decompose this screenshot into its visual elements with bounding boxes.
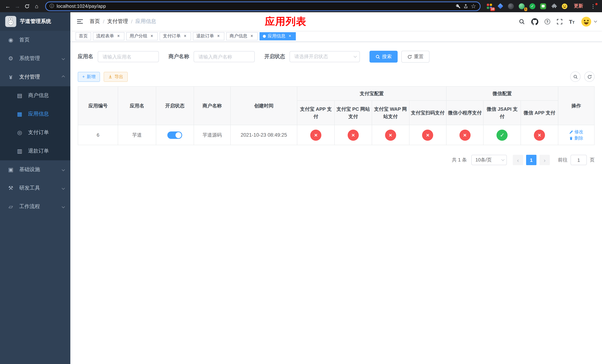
col-wechat-app: 微信 APP 支付	[521, 101, 558, 125]
app-grid-icon: ▦	[16, 111, 23, 117]
status-select[interactable]: 请选择开启状态	[290, 51, 360, 62]
delete-button[interactable]: 删除	[569, 135, 583, 141]
col-create-time: 创建时间	[230, 86, 297, 125]
add-button[interactable]: + 新增	[78, 72, 100, 82]
sidebar-toggle-icon[interactable]	[76, 18, 84, 25]
browser-menu-icon[interactable]: ⋮	[589, 3, 598, 9]
tab-pay-order[interactable]: 支付订单×	[160, 32, 191, 40]
sidebar-item-payment[interactable]: ¥ 支付管理	[0, 68, 70, 86]
next-page-button[interactable]: ›	[539, 155, 550, 165]
chevron-down-icon	[501, 158, 505, 161]
reset-button[interactable]: 重置	[401, 51, 430, 63]
close-icon[interactable]: ×	[216, 33, 221, 39]
bookmark-star-icon[interactable]: ☆	[471, 3, 476, 10]
close-icon[interactable]: ×	[183, 33, 188, 39]
merchant-name-input[interactable]	[194, 51, 255, 62]
status-select-placeholder: 请选择开启状态	[294, 53, 328, 60]
app-name-label: 应用名	[78, 53, 93, 60]
diamond-extension-icon[interactable]	[496, 2, 504, 10]
browser-forward-button[interactable]: →	[13, 1, 22, 11]
alipay-app-status-icon: ×	[310, 129, 321, 140]
toggle-search-button[interactable]	[570, 72, 580, 82]
table-toolbar: + 新增 导出	[78, 72, 595, 82]
sidebar-item-pay-order[interactable]: ◎ 支付订单	[0, 123, 70, 142]
screen: ← → ⌂ ⓘ localhost:1024/pay/app ☆ 10	[0, 0, 602, 364]
reset-button-label: 重置	[414, 53, 424, 60]
prev-page-button[interactable]: ‹	[513, 155, 523, 165]
update-notification-dot	[595, 3, 598, 5]
password-key-icon[interactable]	[455, 3, 460, 9]
tab-user-group[interactable]: 用户分组×	[126, 32, 158, 40]
fullscreen-icon[interactable]	[556, 18, 563, 25]
tab-home[interactable]: 首页	[75, 32, 91, 40]
github-icon[interactable]	[531, 18, 538, 25]
user-menu[interactable]	[581, 16, 596, 27]
goto-page-input[interactable]	[570, 155, 587, 165]
gear-icon: ⚙	[7, 55, 14, 62]
url-text[interactable]: localhost:1024/pay/app	[57, 3, 453, 9]
tab-label: 用户分组	[129, 33, 147, 39]
share-icon[interactable]	[463, 3, 468, 9]
check-extension-icon[interactable]: ✓	[529, 2, 536, 10]
sidebar-logo-row[interactable]: 芋道管理系统	[0, 12, 70, 31]
site-info-icon[interactable]: ⓘ	[50, 3, 54, 9]
tab-refund-order[interactable]: 退款订单×	[193, 32, 224, 40]
breadcrumb-home[interactable]: 首页	[90, 18, 100, 25]
page-size-select[interactable]: 10条/页	[471, 155, 507, 165]
chevron-up-icon	[62, 75, 65, 79]
address-bar[interactable]: ⓘ localhost:1024/pay/app ☆	[45, 1, 481, 11]
sidebar-item-label: 基础设施	[19, 166, 40, 173]
sidebar-item-refund-order[interactable]: ▥ 退款订单	[0, 142, 70, 160]
avatar-extension-icon[interactable]: 1	[518, 2, 525, 10]
navbar-actions: ? TT	[518, 16, 596, 27]
sidebar-item-label: 退款订单	[28, 148, 49, 154]
merchant-name-label: 商户名称	[168, 53, 189, 60]
sidebar-item-app-info[interactable]: ▦ 应用信息	[0, 105, 70, 123]
header-search-icon[interactable]	[518, 18, 525, 25]
sidebar-item-home[interactable]: ◉ 首页	[0, 31, 70, 49]
browser-update-button[interactable]: 更新	[572, 2, 585, 10]
sidebar-item-infrastructure[interactable]: ▣ 基础设施	[0, 160, 70, 179]
close-icon[interactable]: ×	[116, 33, 121, 39]
tab-label: 首页	[79, 33, 88, 39]
browser-refresh-button[interactable]	[22, 1, 32, 11]
page-suffix-label: 页	[590, 157, 595, 163]
chat-extension-icon[interactable]	[539, 2, 547, 10]
breadcrumb-separator: /	[131, 19, 133, 24]
browser-profile-avatar[interactable]	[561, 2, 568, 10]
tab-process-form[interactable]: 流程表单×	[93, 32, 124, 40]
extensions-puzzle-icon[interactable]	[550, 2, 558, 10]
edit-button-label: 修改	[574, 129, 583, 135]
search-button[interactable]: 搜索	[369, 51, 398, 63]
close-icon[interactable]: ×	[249, 33, 254, 39]
close-icon[interactable]: ×	[149, 33, 154, 39]
tab-label: 退款订单	[196, 33, 214, 39]
export-button[interactable]: 导出	[104, 72, 128, 82]
tab-manager-extension-icon[interactable]: 10	[486, 2, 493, 10]
chevron-down-icon	[62, 205, 65, 208]
app-name-input[interactable]	[98, 51, 159, 62]
sidebar-item-system[interactable]: ⚙ 系统管理	[0, 49, 70, 68]
breadcrumb-separator: /	[103, 19, 104, 24]
sidebar-item-dev-tools[interactable]: ⚒ 研发工具	[0, 179, 70, 197]
status-label: 开启状态	[264, 53, 285, 60]
browser-home-button[interactable]: ⌂	[32, 1, 42, 11]
sidebar-item-merchant-info[interactable]: ▤ 商户信息	[0, 86, 70, 105]
page-number-button[interactable]: 1	[526, 155, 537, 165]
edit-button[interactable]: 修改	[569, 129, 583, 135]
dark-extension-icon[interactable]	[507, 2, 515, 10]
close-icon[interactable]: ×	[287, 33, 292, 39]
font-size-icon[interactable]: TT	[569, 19, 575, 24]
refresh-table-button[interactable]	[584, 72, 595, 82]
tab-app-info[interactable]: 应用信息×	[259, 32, 296, 40]
breadcrumb-section[interactable]: 支付管理	[107, 18, 128, 25]
browser-back-button[interactable]: ←	[3, 1, 13, 11]
status-toggle[interactable]	[168, 131, 182, 139]
sidebar-item-workflow[interactable]: ▱ 工作流程	[0, 197, 70, 216]
tab-merchant-info[interactable]: 商户信息×	[226, 32, 258, 40]
extensions-area: 10 1 ✓ 更新 ⋮	[484, 2, 599, 10]
cell-app-name: 芋道	[118, 125, 156, 145]
help-icon[interactable]: ?	[544, 19, 550, 24]
page-title: 应用列表	[265, 15, 306, 28]
wechat-lite-status-icon: ×	[459, 129, 470, 140]
